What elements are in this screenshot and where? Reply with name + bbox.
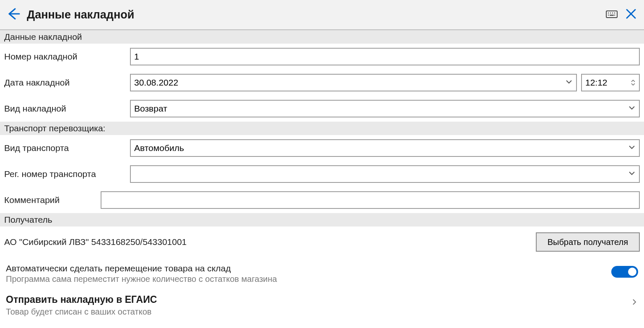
label-transport-type: Вид транспорта	[4, 143, 126, 153]
recipient-value: АО "Сибирский ЛВЗ" 5433168250/543301001	[4, 237, 532, 247]
comment-input[interactable]	[101, 191, 640, 209]
row-invoice-number: Номер накладной	[0, 44, 644, 70]
send-title: Отправить накладную в ЕГАИС	[6, 294, 626, 305]
invoice-time-value: 12:12	[585, 78, 631, 88]
label-transport-reg: Рег. номер транспорта	[4, 169, 126, 179]
close-icon[interactable]	[625, 8, 637, 22]
time-spinner[interactable]	[631, 79, 636, 86]
section-transport: Транспорт перевозщика:	[0, 122, 644, 135]
transport-reg-select[interactable]	[130, 165, 640, 183]
auto-move-subtitle: Программа сама переместит нужное количес…	[6, 274, 607, 284]
section-invoice-data: Данные накладной	[0, 30, 644, 44]
transport-type-select[interactable]: Автомобиль	[130, 139, 640, 157]
svg-point-5	[614, 13, 615, 13]
toggle-knob	[628, 268, 636, 276]
label-invoice-date: Дата накладной	[4, 78, 126, 88]
svg-rect-1	[606, 11, 617, 18]
label-invoice-type: Вид накладной	[4, 104, 126, 114]
send-text: Отправить накладную в ЕГАИС Товар будет …	[6, 294, 626, 317]
chevron-down-icon	[628, 104, 636, 113]
row-transport-type: Вид транспорта Автомобиль	[0, 135, 644, 161]
back-icon[interactable]	[7, 7, 20, 22]
label-comment: Комментарий	[4, 195, 96, 205]
chevron-down-icon	[628, 143, 636, 153]
row-comment: Комментарий	[0, 187, 644, 213]
row-invoice-date: Дата накладной 30.08.2022 12:12	[0, 70, 644, 96]
svg-point-2	[608, 13, 609, 13]
row-send-egais[interactable]: Отправить накладную в ЕГАИС Товар будет …	[0, 288, 644, 321]
chevron-down-icon	[628, 169, 636, 179]
section-recipient: Получатель	[0, 213, 644, 226]
invoice-number-input[interactable]	[130, 48, 640, 65]
choose-recipient-button[interactable]: Выбрать получателя	[536, 232, 640, 252]
svg-point-3	[610, 13, 611, 13]
keyboard-icon[interactable]	[605, 8, 618, 22]
svg-point-4	[612, 13, 613, 13]
chevron-down-icon	[565, 78, 573, 87]
label-invoice-number: Номер накладной	[4, 52, 126, 62]
invoice-date-select[interactable]: 30.08.2022	[130, 74, 577, 91]
transport-type-value: Автомобиль	[134, 143, 628, 153]
svg-rect-7	[610, 15, 614, 16]
invoice-time-input[interactable]: 12:12	[581, 74, 640, 91]
auto-move-title: Автоматически сделать перемещение товара…	[6, 263, 607, 273]
chevron-right-icon	[631, 294, 638, 307]
send-subtitle: Товар будет списан с ваших остатков	[6, 307, 626, 317]
row-recipient: АО "Сибирский ЛВЗ" 5433168250/543301001 …	[0, 226, 644, 258]
svg-point-6	[608, 15, 609, 16]
auto-move-toggle[interactable]	[611, 266, 638, 278]
auto-move-text: Автоматически сделать перемещение товара…	[6, 263, 607, 284]
row-auto-move: Автоматически сделать перемещение товара…	[0, 258, 644, 288]
row-invoice-type: Вид накладной Возврат	[0, 96, 644, 122]
invoice-type-select[interactable]: Возврат	[130, 100, 640, 117]
row-transport-reg: Рег. номер транспорта	[0, 161, 644, 187]
svg-point-8	[614, 15, 615, 16]
page-title: Данные накладной	[27, 8, 134, 21]
invoice-date-value: 30.08.2022	[134, 78, 565, 88]
app-header: Данные накладной	[0, 0, 644, 30]
invoice-type-value: Возврат	[134, 104, 628, 114]
